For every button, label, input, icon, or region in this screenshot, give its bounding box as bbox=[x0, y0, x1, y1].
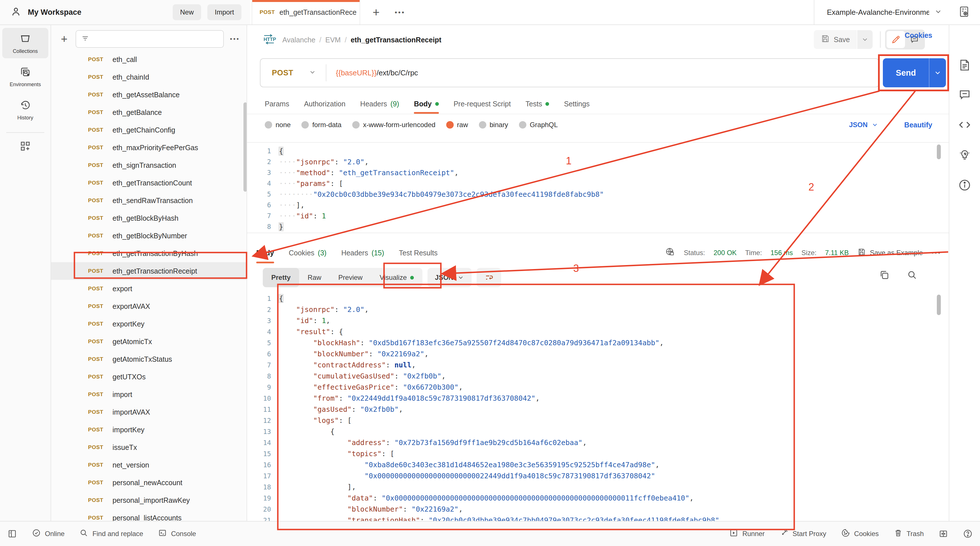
new-button[interactable]: New bbox=[173, 4, 201, 20]
runner-button[interactable]: Runner bbox=[729, 528, 765, 539]
response-view-tab[interactable]: Preview bbox=[330, 268, 371, 287]
editor-scrollbar[interactable] bbox=[937, 144, 941, 159]
request-list-item[interactable]: POST exportKey bbox=[51, 315, 247, 333]
request-list-item[interactable]: POST eth_getTransactionCount bbox=[51, 174, 247, 192]
body-mode-radio[interactable]: binary bbox=[479, 121, 508, 129]
configure-workspace-sidebar-icon[interactable] bbox=[0, 140, 51, 152]
chevron-down-icon[interactable] bbox=[934, 8, 942, 17]
time-value[interactable]: 156 ms bbox=[770, 249, 793, 257]
start-proxy-button[interactable]: Start Proxy bbox=[780, 528, 826, 539]
response-options-icon[interactable]: ••• bbox=[931, 249, 941, 257]
response-tab-item[interactable]: Cookies (3) bbox=[289, 242, 327, 263]
response-body[interactable]: 1 { 2 "jsonrpc": "2.0", 3 "id": 1, 4 "re… bbox=[247, 289, 949, 521]
breadcrumb-request-name[interactable]: eth_getTransactionReceipt bbox=[350, 36, 441, 44]
new-tab-button[interactable]: + bbox=[369, 5, 383, 20]
response-scrollbar[interactable] bbox=[937, 295, 941, 315]
response-tab-item[interactable]: Body bbox=[256, 242, 274, 263]
request-tab-item[interactable]: Params bbox=[265, 94, 289, 114]
request-list-item[interactable]: POST eth_sendRawTransaction bbox=[51, 192, 247, 209]
request-body-editor[interactable]: 1 { 2 ····"jsonrpc": "2.0", 3 ····"metho… bbox=[247, 142, 949, 233]
breadcrumb-folder[interactable]: EVM bbox=[325, 36, 340, 44]
response-view-tab[interactable]: Raw bbox=[299, 268, 330, 287]
sidebar-scrollbar[interactable] bbox=[243, 102, 247, 192]
beautify-link[interactable]: Beautify bbox=[904, 116, 932, 134]
trash-button[interactable]: Trash bbox=[894, 528, 924, 539]
environment-name[interactable]: Example-Avalanche-Environme bbox=[827, 8, 929, 17]
request-list-item[interactable]: POST export bbox=[51, 280, 247, 297]
request-list-item[interactable]: POST eth_getBlockByNumber bbox=[51, 227, 247, 244]
request-tab-item[interactable]: Tests bbox=[525, 94, 549, 114]
filter-box[interactable] bbox=[76, 30, 224, 48]
request-list-item[interactable]: POST import bbox=[51, 386, 247, 403]
request-list-item[interactable]: POST eth_getTransactionByHash bbox=[51, 244, 247, 262]
request-list-item[interactable]: POST eth_getAssetBalance bbox=[51, 86, 247, 104]
response-view-tab[interactable]: Pretty bbox=[263, 268, 299, 287]
filter-input[interactable] bbox=[92, 35, 218, 43]
request-list-item[interactable]: POST eth_getTransactionReceipt bbox=[51, 262, 247, 280]
sidebar-item-history[interactable]: History bbox=[2, 94, 48, 125]
help-icon[interactable] bbox=[963, 529, 973, 539]
find-and-replace-button[interactable]: Find and replace bbox=[79, 528, 143, 539]
breadcrumb-collection[interactable]: Avalanche bbox=[282, 36, 315, 44]
request-list-item[interactable]: POST eth_maxPriorityFeePerGas bbox=[51, 139, 247, 156]
response-tab-item[interactable]: Headers (15) bbox=[341, 242, 384, 263]
request-tab[interactable]: POST eth_getTransactionRece bbox=[252, 0, 360, 24]
save-options-chevron[interactable] bbox=[857, 30, 873, 49]
request-tab-item[interactable]: Headers (9) bbox=[360, 94, 399, 114]
two-pane-icon[interactable] bbox=[939, 529, 948, 539]
info-icon[interactable] bbox=[958, 179, 971, 193]
documentation-icon[interactable] bbox=[958, 59, 971, 73]
response-view-tab[interactable]: Visualize bbox=[371, 268, 422, 287]
network-globe-icon[interactable] bbox=[665, 247, 675, 259]
import-button[interactable]: Import bbox=[207, 4, 242, 20]
sidebar-more-icon[interactable]: ••• bbox=[228, 35, 242, 43]
request-list-item[interactable]: POST personal_importRawKey bbox=[51, 492, 247, 509]
body-mode-radio[interactable]: none bbox=[265, 121, 291, 129]
body-mode-radio[interactable]: GraphQL bbox=[519, 121, 558, 129]
code-snippet-icon[interactable] bbox=[958, 118, 971, 133]
request-list-item[interactable]: POST eth_getBlockByHash bbox=[51, 209, 247, 227]
request-tab-item[interactable]: Settings bbox=[564, 94, 589, 114]
environment-quick-look-icon[interactable] bbox=[958, 5, 970, 19]
method-select[interactable]: POST bbox=[261, 69, 326, 77]
send-button[interactable]: Send bbox=[883, 58, 946, 87]
edit-mode-button[interactable] bbox=[886, 31, 905, 48]
request-list-item[interactable]: POST personal_newAccount bbox=[51, 474, 247, 492]
save-button[interactable]: Save bbox=[814, 30, 857, 49]
body-mode-radio[interactable]: raw bbox=[446, 121, 468, 129]
request-tab-item[interactable]: Authorization bbox=[304, 94, 345, 114]
comments-icon[interactable] bbox=[958, 88, 971, 102]
request-list-item[interactable]: POST eth_getChainConfig bbox=[51, 121, 247, 139]
send-options-chevron[interactable] bbox=[929, 58, 946, 87]
body-mode-radio[interactable]: form-data bbox=[301, 121, 341, 129]
request-list-item[interactable]: POST eth_chainId bbox=[51, 68, 247, 86]
add-collection-button[interactable]: + bbox=[57, 32, 72, 46]
online-status[interactable]: Online bbox=[32, 528, 64, 539]
request-list-item[interactable]: POST eth_signTransaction bbox=[51, 156, 247, 174]
response-language-select[interactable]: JSON bbox=[428, 268, 471, 287]
copy-icon[interactable] bbox=[879, 270, 890, 281]
request-list-item[interactable]: POST eth_call bbox=[51, 51, 247, 68]
wrap-lines-button[interactable] bbox=[477, 268, 501, 287]
console-button[interactable]: Console bbox=[158, 528, 196, 539]
request-list-item[interactable]: POST net_version bbox=[51, 456, 247, 474]
request-list-item[interactable]: POST personal_listAccounts bbox=[51, 509, 247, 521]
save-as-example-button[interactable]: Save as Example bbox=[857, 248, 923, 258]
toggle-sidebar-icon[interactable] bbox=[7, 529, 17, 539]
search-icon[interactable] bbox=[907, 270, 918, 281]
tab-options-icon[interactable]: ••• bbox=[391, 5, 409, 20]
request-list-item[interactable]: POST exportAVAX bbox=[51, 297, 247, 315]
cookies-button[interactable]: Cookies bbox=[841, 528, 879, 539]
request-list-item[interactable]: POST getAtomicTx bbox=[51, 333, 247, 350]
url-input[interactable]: {{baseURL}}/ext/bc/C/rpc bbox=[326, 69, 418, 77]
sidebar-item-collections[interactable]: Collections bbox=[2, 28, 48, 58]
body-mode-radio[interactable]: x-www-form-urlencoded bbox=[352, 121, 436, 129]
request-list-item[interactable]: POST eth_getBalance bbox=[51, 104, 247, 121]
request-list-item[interactable]: POST issueTx bbox=[51, 439, 247, 456]
request-list-item[interactable]: POST getAtomicTxStatus bbox=[51, 350, 247, 368]
request-tab-item[interactable]: Pre-request Script bbox=[453, 94, 511, 114]
workspace-title[interactable]: My Workspace bbox=[28, 8, 81, 17]
request-list-item[interactable]: POST getUTXOs bbox=[51, 368, 247, 386]
size-value[interactable]: 7.11 KB bbox=[825, 249, 849, 257]
response-tab-item[interactable]: Test Results bbox=[399, 242, 438, 263]
